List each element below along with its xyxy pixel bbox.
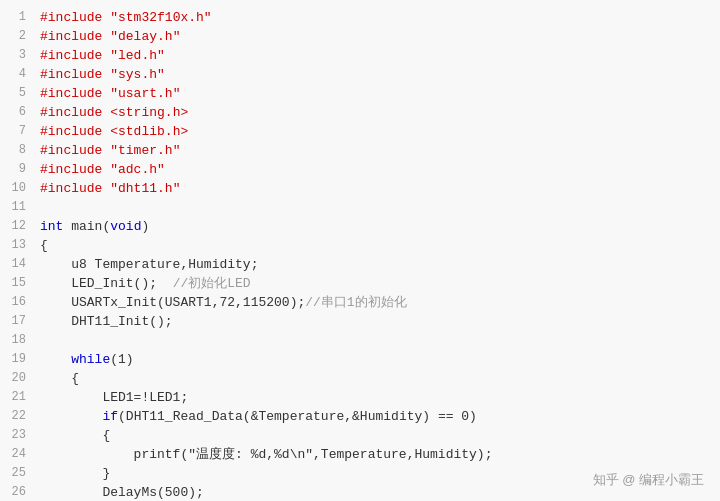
watermark: 知乎 @ 编程小霸王	[593, 471, 704, 489]
code-area: 1234567891011121314151617181920212223242…	[0, 0, 720, 501]
code-container: 1234567891011121314151617181920212223242…	[0, 0, 720, 501]
code-line: #include "sys.h"	[40, 65, 712, 84]
code-line: u8 Temperature,Humidity;	[40, 255, 712, 274]
line-number: 24	[6, 445, 26, 464]
line-number: 26	[6, 483, 26, 501]
line-number: 8	[6, 141, 26, 160]
code-lines: #include "stm32f10x.h"#include "delay.h"…	[32, 8, 720, 501]
code-line: USARTx_Init(USART1,72,115200);//串口1的初始化	[40, 293, 712, 312]
line-number: 20	[6, 369, 26, 388]
code-line	[40, 198, 712, 217]
code-line: printf("温度度: %d,%d\n",Temperature,Humidi…	[40, 445, 712, 464]
line-number: 5	[6, 84, 26, 103]
code-line: #include "usart.h"	[40, 84, 712, 103]
code-line: #include "stm32f10x.h"	[40, 8, 712, 27]
code-line: #include "delay.h"	[40, 27, 712, 46]
line-number: 17	[6, 312, 26, 331]
code-line: while(1)	[40, 350, 712, 369]
line-number: 4	[6, 65, 26, 84]
code-line: #include "dht11.h"	[40, 179, 712, 198]
code-line: #include "adc.h"	[40, 160, 712, 179]
line-number: 14	[6, 255, 26, 274]
line-number: 1	[6, 8, 26, 27]
line-numbers: 1234567891011121314151617181920212223242…	[0, 8, 32, 501]
code-line: if(DHT11_Read_Data(&Temperature,&Humidit…	[40, 407, 712, 426]
line-number: 7	[6, 122, 26, 141]
line-number: 23	[6, 426, 26, 445]
line-number: 19	[6, 350, 26, 369]
line-number: 18	[6, 331, 26, 350]
line-number: 2	[6, 27, 26, 46]
code-line: #include <stdlib.h>	[40, 122, 712, 141]
line-number: 15	[6, 274, 26, 293]
line-number: 21	[6, 388, 26, 407]
code-line: {	[40, 369, 712, 388]
line-number: 13	[6, 236, 26, 255]
line-number: 3	[6, 46, 26, 65]
line-number: 6	[6, 103, 26, 122]
code-line: #include "timer.h"	[40, 141, 712, 160]
line-number: 22	[6, 407, 26, 426]
line-number: 12	[6, 217, 26, 236]
code-line: LED1=!LED1;	[40, 388, 712, 407]
code-line: #include "led.h"	[40, 46, 712, 65]
line-number: 10	[6, 179, 26, 198]
code-line: int main(void)	[40, 217, 712, 236]
line-number: 25	[6, 464, 26, 483]
line-number: 9	[6, 160, 26, 179]
line-number: 16	[6, 293, 26, 312]
code-line: {	[40, 426, 712, 445]
code-line: #include <string.h>	[40, 103, 712, 122]
code-line: DHT11_Init();	[40, 312, 712, 331]
code-line: {	[40, 236, 712, 255]
code-line: LED_Init(); //初始化LED	[40, 274, 712, 293]
line-number: 11	[6, 198, 26, 217]
code-line	[40, 331, 712, 350]
